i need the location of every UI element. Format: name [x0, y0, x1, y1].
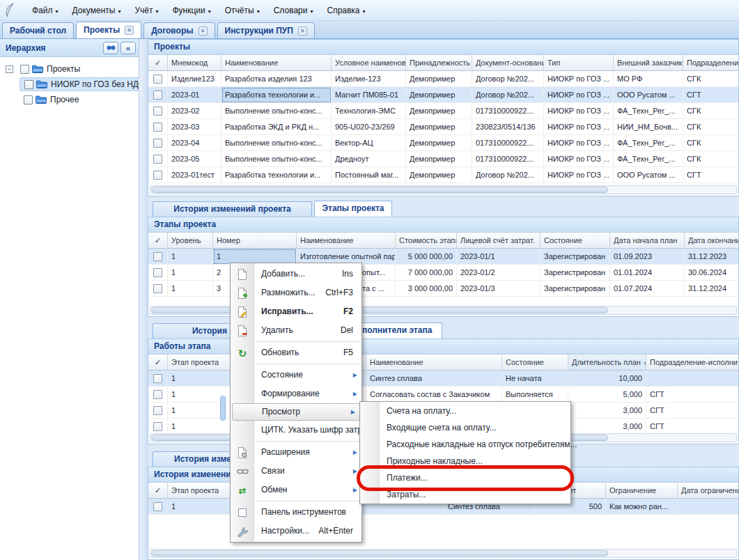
row-checkbox[interactable]	[153, 268, 162, 277]
column-header[interactable]: ✓	[148, 355, 168, 371]
column-header[interactable]: Длительность план▼	[568, 355, 646, 371]
row-checkbox-cell[interactable]	[148, 103, 168, 119]
tree-checkbox[interactable]	[24, 95, 33, 104]
table-row[interactable]: 2023-05Выполнение опытно-конс...Дредноут…	[148, 151, 738, 167]
tree-checkbox[interactable]	[24, 80, 33, 89]
row-checkbox-cell[interactable]	[148, 419, 168, 434]
context-menu-item[interactable]: Панель инструментов	[231, 503, 361, 522]
row-checkbox-cell[interactable]	[148, 281, 168, 297]
row-checkbox-cell[interactable]	[148, 135, 168, 151]
context-menu-item[interactable]: УдалитьDel	[231, 321, 361, 340]
collapse-sidebar-button[interactable]: «	[120, 42, 136, 54]
table-row[interactable]: 2023-01тестРазработка технологии и...Пос…	[148, 167, 738, 183]
row-checkbox-cell[interactable]	[148, 249, 168, 265]
column-header[interactable]: Состояние	[502, 355, 568, 371]
context-menu-item[interactable]: Добавить...Ins	[231, 265, 361, 283]
tab-Этапы проекта[interactable]: Этапы проекта	[314, 201, 392, 217]
row-checkbox-cell[interactable]	[148, 151, 168, 167]
context-menu-item[interactable]: Просмотр▶	[232, 403, 360, 421]
column-header[interactable]: Подразделение	[683, 55, 738, 71]
row-checkbox-cell[interactable]	[148, 387, 168, 403]
tree-item[interactable]: НИОКР по ГОЗ без НДС	[0, 77, 139, 92]
row-checkbox-cell[interactable]	[148, 71, 168, 87]
context-menu-item[interactable]: Формирование▶	[231, 384, 361, 403]
horizontal-scrollbar[interactable]	[150, 185, 737, 194]
context-menu-item[interactable]: Состояние▶	[231, 366, 361, 384]
context-menu-item[interactable]: ЦИТК. Указать шифр затрат...	[231, 421, 361, 440]
scrollbar-thumb[interactable]	[151, 307, 608, 313]
column-header[interactable]: Внешний заказчик	[614, 55, 683, 71]
column-header[interactable]: Условное наименование	[332, 55, 406, 71]
menubar-item[interactable]: Функции▾	[165, 3, 217, 18]
row-checkbox[interactable]	[153, 75, 162, 84]
column-header[interactable]: Дата начала план	[610, 233, 685, 249]
column-header[interactable]: Состояние	[540, 233, 610, 249]
context-menu-item[interactable]: Настройки...Alt+Enter	[231, 522, 361, 540]
context-menu-item[interactable]: Расширения▶	[231, 443, 361, 462]
row-checkbox[interactable]	[153, 155, 162, 164]
vertical-scrollbar-thumb[interactable]	[220, 396, 226, 421]
tree-item[interactable]: Прочее	[0, 92, 139, 107]
row-checkbox[interactable]	[153, 502, 162, 511]
column-header[interactable]: Документ-основание	[472, 55, 544, 71]
column-header[interactable]: Мнемокод	[168, 55, 221, 71]
tab-История изменений проекта[interactable]: История изменений проекта	[153, 201, 312, 217]
context-menu-item[interactable]: ⇄Обмен▶	[231, 481, 361, 499]
column-header[interactable]: Тип	[544, 55, 614, 71]
row-checkbox-cell[interactable]	[148, 265, 168, 281]
tree-checkbox[interactable]	[20, 65, 29, 74]
submenu-item[interactable]: Входящие счета на оплату...	[360, 419, 570, 436]
column-header[interactable]: Подразделение-исполнитель	[646, 355, 738, 371]
row-checkbox[interactable]	[153, 139, 162, 148]
column-header[interactable]: Этап проекта	[168, 355, 239, 371]
table-row[interactable]: 2023-02Выполнение опытно-конс...Технолог…	[148, 103, 738, 119]
context-menu-item[interactable]: Исправить...F2	[231, 302, 361, 321]
submenu-item[interactable]: Счета на оплату...	[360, 403, 570, 419]
tree-expand-toggle[interactable]: −	[6, 65, 13, 73]
column-header[interactable]: Принадлежность	[406, 55, 472, 71]
menubar-item[interactable]: Словари▾	[267, 3, 320, 18]
column-header[interactable]: Этап проекта	[168, 483, 239, 499]
column-header[interactable]: Дата окончания	[685, 233, 738, 249]
column-header[interactable]: Номер	[213, 233, 297, 249]
column-header[interactable]: Наименование	[366, 355, 502, 371]
row-checkbox-cell[interactable]	[148, 403, 168, 419]
row-checkbox[interactable]	[153, 422, 162, 431]
tab-Инструкции ПУП[interactable]: Инструкции ПУП✕	[217, 22, 315, 38]
row-checkbox[interactable]	[153, 107, 162, 116]
column-header[interactable]: Уровень	[168, 233, 213, 249]
row-checkbox-cell[interactable]	[148, 167, 168, 183]
row-checkbox[interactable]	[153, 284, 162, 293]
column-header[interactable]: Стоимость этапа	[396, 233, 457, 249]
submenu-item[interactable]: Расходные накладные на отпуск потребител…	[360, 436, 570, 453]
menubar-item[interactable]: Справка▾	[320, 3, 372, 18]
row-checkbox-cell[interactable]	[148, 371, 168, 387]
row-checkbox[interactable]	[153, 374, 162, 383]
column-header[interactable]: Лицевой счёт затрат.	[457, 233, 540, 249]
row-checkbox[interactable]	[153, 91, 162, 100]
row-checkbox[interactable]	[153, 123, 162, 132]
context-menu-item[interactable]: ↻ОбновитьF5	[231, 343, 361, 362]
tab-Рабочий стол[interactable]: Рабочий стол	[2, 22, 74, 38]
sidebar-splitter[interactable]	[139, 39, 148, 560]
scrollbar-thumb[interactable]	[151, 187, 608, 193]
column-header[interactable]: Наименование	[221, 55, 332, 71]
horizontal-scrollbar[interactable]	[150, 549, 737, 558]
context-menu-item[interactable]: Размножить...Ctrl+F3	[231, 283, 361, 302]
row-checkbox-cell[interactable]	[148, 87, 168, 103]
tree-item[interactable]: −Проекты	[0, 61, 139, 77]
row-checkbox-cell[interactable]	[148, 499, 168, 515]
column-header[interactable]: Наименование	[297, 233, 396, 249]
close-icon[interactable]: ✕	[199, 26, 208, 36]
column-header[interactable]: ✓	[148, 55, 168, 71]
row-checkbox[interactable]	[153, 406, 162, 415]
menubar-item[interactable]: Файл▾	[25, 3, 65, 18]
menubar-item[interactable]: Учёт▾	[127, 3, 165, 18]
table-row[interactable]: Изделие123Разработка изделия 123Изделие-…	[148, 71, 738, 87]
table-row[interactable]: 2023-01Разработка технологии и...Магнит …	[148, 87, 738, 103]
table-row[interactable]: 2023-03Разработка ЭКД и РКД н...905-U020…	[148, 119, 738, 135]
tab-Проекты[interactable]: Проекты✕	[76, 22, 141, 38]
scrollbar-thumb[interactable]	[151, 550, 608, 557]
find-button[interactable]	[103, 42, 118, 54]
close-icon[interactable]: ✕	[125, 26, 134, 35]
